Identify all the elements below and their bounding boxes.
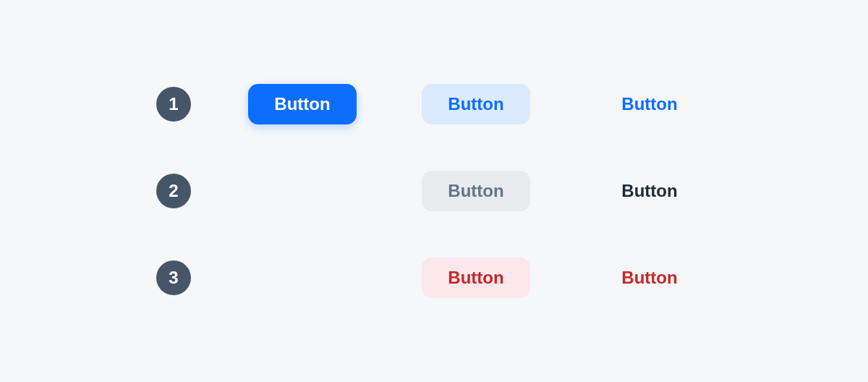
row-badge-3-label: 3 (169, 268, 178, 288)
button-primary-ghost[interactable]: Button (595, 84, 704, 124)
row-badge-2: 2 (156, 174, 191, 208)
button-variant-grid: 1 Button Button Button 2 Button Button 3… (153, 84, 715, 298)
button-primary-soft[interactable]: Button (422, 84, 530, 124)
row-badge-1-label: 1 (169, 94, 178, 114)
button-primary-solid[interactable]: Button (248, 84, 357, 124)
row-badge-1: 1 (156, 87, 191, 122)
button-neutral-soft[interactable]: Button (422, 171, 530, 211)
button-danger-ghost[interactable]: Button (595, 258, 704, 298)
empty-cell (248, 278, 357, 279)
button-danger-soft[interactable]: Button (422, 258, 530, 298)
button-neutral-ghost[interactable]: Button (595, 171, 704, 211)
row-badge-3: 3 (156, 260, 191, 295)
row-badge-2-label: 2 (169, 181, 178, 201)
empty-cell (248, 191, 357, 192)
